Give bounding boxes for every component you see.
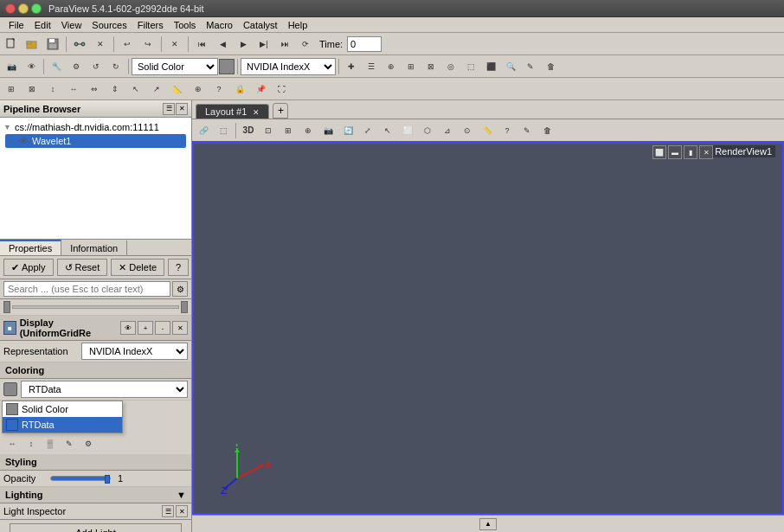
window-controls[interactable] xyxy=(5,3,42,14)
vt-cam2-btn[interactable]: 🔄 xyxy=(338,121,357,140)
display-close-btn[interactable]: ✕ xyxy=(172,321,188,335)
vt-zoom-btn[interactable]: ⊞ xyxy=(279,121,298,140)
eye-btn[interactable]: 👁 xyxy=(22,57,41,76)
tab-information[interactable]: Information xyxy=(61,240,127,255)
disconnect-btn[interactable]: ✕ xyxy=(91,35,110,54)
menu-view[interactable]: View xyxy=(56,19,87,31)
tb2-interact8[interactable]: ⬛ xyxy=(481,57,500,76)
viewport[interactable]: RenderView1 ⬜ ▬ ▮ ✕ xyxy=(192,142,784,515)
apply-button[interactable]: ✔ Apply xyxy=(3,259,54,276)
t3-btn5[interactable]: ⇔ xyxy=(85,80,104,99)
collapse-btn[interactable]: ▲ xyxy=(479,518,497,530)
color-swatch-btn[interactable] xyxy=(219,59,235,74)
redo-btn[interactable]: ↪ xyxy=(138,35,157,54)
t3-btn11[interactable]: ? xyxy=(209,80,228,99)
next-frame-btn[interactable]: ▶| xyxy=(254,35,273,54)
go-end-btn[interactable]: ⏭ xyxy=(275,35,294,54)
close-btn[interactable] xyxy=(5,3,16,14)
vt-polygon-btn[interactable]: ⬡ xyxy=(418,121,437,140)
tb2-btn3[interactable]: ↺ xyxy=(87,57,106,76)
open-btn[interactable] xyxy=(22,35,42,54)
rescale-custom-btn[interactable]: ↕ xyxy=(22,435,40,452)
add-light-button[interactable]: Add Light xyxy=(10,523,182,532)
search-input[interactable] xyxy=(3,281,170,297)
light-menu-btn[interactable]: ☰ xyxy=(162,505,174,517)
slider-left[interactable] xyxy=(3,301,10,313)
connect-btn[interactable] xyxy=(70,35,89,54)
t3-btn1[interactable]: ⊞ xyxy=(2,80,21,99)
t3-btn14[interactable]: ⛶ xyxy=(272,80,291,99)
edit-color-map-btn[interactable]: ✎ xyxy=(61,435,78,452)
pipeline-browser-close-btn[interactable]: ✕ xyxy=(176,103,188,115)
t3-btn4[interactable]: ↔ xyxy=(64,80,83,99)
close-layout-btn[interactable]: ✕ xyxy=(253,108,260,117)
vt-reset-btn[interactable]: ⊡ xyxy=(259,121,278,140)
tb2-interact5[interactable]: ⊠ xyxy=(421,57,440,76)
vt-interact-btn[interactable]: ↖ xyxy=(378,121,397,140)
add-layout-btn[interactable]: + xyxy=(273,103,288,119)
t3-btn12[interactable]: 🔒 xyxy=(230,80,249,99)
coloring-dropdown[interactable]: Solid Color RTData xyxy=(21,381,188,398)
vt-select-btn[interactable]: ⬜ xyxy=(398,121,417,140)
vt-frustum-btn[interactable]: ⊿ xyxy=(438,121,457,140)
vt-cam-btn[interactable]: 📷 xyxy=(318,121,337,140)
t3-btn2[interactable]: ⊠ xyxy=(22,80,42,99)
menu-file[interactable]: File xyxy=(3,19,29,31)
color-settings-btn[interactable]: ⚙ xyxy=(80,435,97,452)
vt-annotation-btn[interactable]: ✎ xyxy=(517,121,537,140)
t3-btn8[interactable]: ↗ xyxy=(147,80,166,99)
light-close-btn[interactable]: ✕ xyxy=(176,505,188,517)
menu-filters[interactable]: Filters xyxy=(132,19,169,31)
vt-pick-btn[interactable]: ⊙ xyxy=(458,121,477,140)
layout-tab[interactable]: Layout #1 ✕ xyxy=(196,104,269,119)
t3-btn9[interactable]: 📐 xyxy=(168,80,187,99)
loop-btn[interactable]: ⟳ xyxy=(296,35,315,54)
display-eye-btn[interactable]: 👁 xyxy=(120,321,136,335)
slider-track[interactable] xyxy=(12,305,179,309)
tb2-interact11[interactable]: 🗑 xyxy=(541,57,560,76)
color-legend-btn[interactable]: ▒ xyxy=(42,435,59,452)
lighting-arrow[interactable]: ▼ xyxy=(177,490,186,500)
opacity-handle[interactable] xyxy=(105,475,110,484)
menu-catalyst[interactable]: Catalyst xyxy=(238,19,283,31)
rescale-btn[interactable]: ↔ xyxy=(3,435,21,452)
horizontal-split-btn[interactable]: ▬ xyxy=(668,145,682,159)
opacity-slider[interactable] xyxy=(50,476,111,481)
solid-color-option[interactable]: Solid Color xyxy=(3,401,122,417)
slider-right[interactable] xyxy=(181,301,188,313)
vt-link-btn[interactable]: 🔗 xyxy=(194,121,213,140)
menu-macro[interactable]: Macro xyxy=(201,19,238,31)
tb2-interact2[interactable]: ☰ xyxy=(362,57,381,76)
pipeline-browser-menu-btn[interactable]: ☰ xyxy=(163,103,175,115)
vt-frame-btn[interactable]: ⬚ xyxy=(214,121,233,140)
help-btn[interactable]: ? xyxy=(168,259,189,276)
tab-properties[interactable]: Properties xyxy=(0,240,61,255)
vt-resetcam-btn[interactable]: ⤢ xyxy=(358,121,377,140)
vt-ortho-btn[interactable]: ⊕ xyxy=(299,121,318,140)
close-view-btn[interactable]: ✕ xyxy=(699,145,713,159)
save-btn[interactable] xyxy=(43,35,62,54)
menu-help[interactable]: Help xyxy=(283,19,313,31)
maximize-btn[interactable] xyxy=(31,3,42,14)
tb2-interact10[interactable]: ✎ xyxy=(521,57,540,76)
t3-btn10[interactable]: ⊕ xyxy=(189,80,208,99)
vt-query-btn[interactable]: ? xyxy=(498,121,517,140)
go-start-btn[interactable]: ⏮ xyxy=(192,35,211,54)
tb2-interact9[interactable]: 🔍 xyxy=(501,57,520,76)
menu-sources[interactable]: Sources xyxy=(87,19,132,31)
menu-edit[interactable]: Edit xyxy=(29,19,56,31)
play-btn[interactable]: ▶ xyxy=(234,35,253,54)
tb2-btn1[interactable]: 🔧 xyxy=(47,57,66,76)
representation-select[interactable]: NVIDIA IndexX xyxy=(81,343,188,360)
time-input[interactable] xyxy=(347,36,382,52)
tb2-interact4[interactable]: ⊞ xyxy=(402,57,421,76)
delete-button[interactable]: ✕ Delete xyxy=(111,259,164,276)
tb2-interact7[interactable]: ⬚ xyxy=(461,57,480,76)
wavelet-item[interactable]: 👁 Wavelet1 xyxy=(5,134,186,148)
vertical-split-btn[interactable]: ▮ xyxy=(684,145,697,159)
undo-btn[interactable]: ↩ xyxy=(118,35,137,54)
t3-btn6[interactable]: ⇕ xyxy=(106,80,125,99)
tb2-btn4[interactable]: ↻ xyxy=(106,57,125,76)
vt-3d-btn[interactable]: 3D xyxy=(239,121,258,140)
reset-button[interactable]: ↺ Reset xyxy=(57,259,108,276)
